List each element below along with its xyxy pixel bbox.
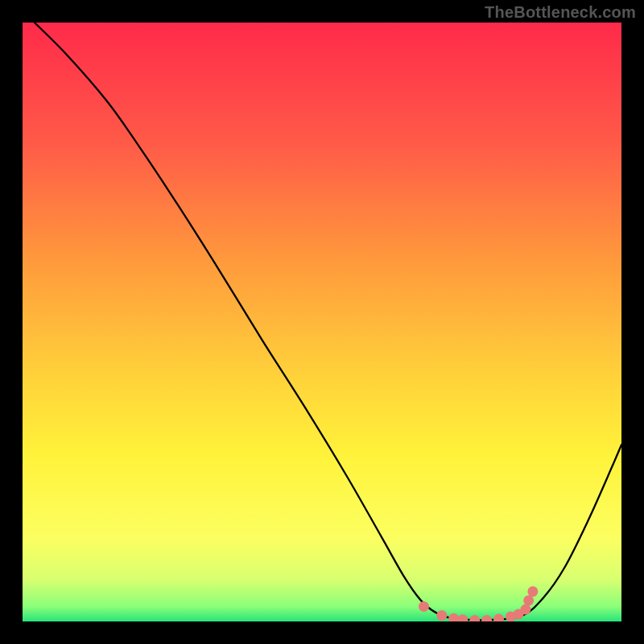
watermark-label: TheBottleneck.com <box>485 3 636 22</box>
gradient-background <box>23 23 621 621</box>
svg-rect-0 <box>23 23 621 621</box>
